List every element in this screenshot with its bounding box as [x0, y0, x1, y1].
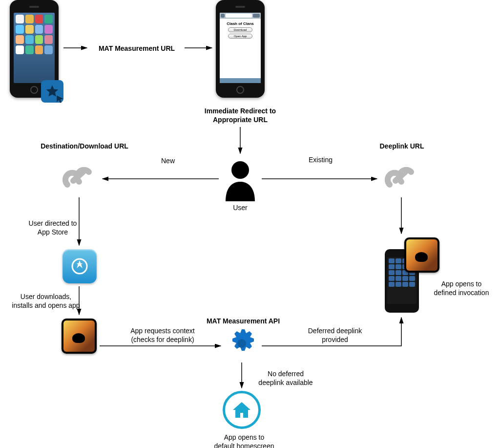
open-invocation-label: App opens to defined invocation [430, 279, 493, 297]
redirect-label: Immediate Redirect to Appropriate URL [196, 107, 284, 124]
app-store-icon [62, 249, 97, 283]
browser-page-title: Clash of Clans [222, 21, 259, 26]
to-app-store-label: User directed to App Store [23, 219, 82, 236]
install-label: User downloads, installs and opens app [7, 292, 85, 310]
deeplink-link-icon [381, 161, 420, 195]
phone-browser: Clash of Clans Download Open App [216, 0, 265, 98]
default-home-label: App opens to default homescreen [205, 433, 283, 448]
destination-url-label: Destination/Download URL [33, 142, 136, 150]
svg-point-0 [231, 161, 249, 179]
request-context-label: App requests context (checks for deeplin… [121, 326, 204, 344]
game-app-icon-left [62, 319, 97, 354]
destination-link-icon [59, 161, 98, 195]
no-deferred-label: No deferred deeplink available [254, 369, 317, 387]
phone-homescreen [10, 0, 59, 98]
browser-download-button[interactable]: Download [228, 27, 252, 32]
game-app-icon-right [404, 237, 439, 273]
house-icon [223, 391, 261, 429]
mat-url-label: MAT Measurement URL [88, 44, 186, 53]
gear-icon [225, 326, 259, 361]
user-label: User [230, 203, 250, 212]
branch-existing-label: Existing [309, 155, 333, 164]
svg-point-2 [237, 339, 246, 348]
star-cursor-icon [41, 80, 63, 103]
mat-api-label: MAT Measurement API [199, 317, 287, 325]
deferred-provided-label: Deferred deeplink provided [296, 326, 374, 344]
browser-open-app-button[interactable]: Open App [228, 34, 252, 39]
user-icon [221, 157, 260, 201]
branch-new-label: New [161, 156, 175, 165]
deeplink-url-label: Deeplink URL [375, 142, 429, 150]
